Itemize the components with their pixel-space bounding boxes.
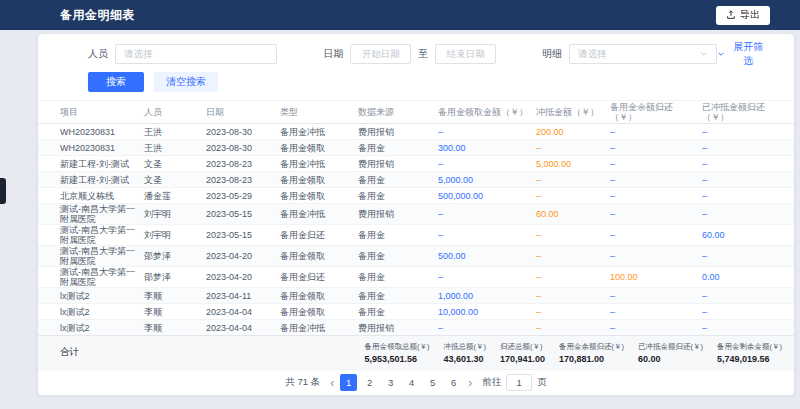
amount-cell: – <box>536 323 610 333</box>
table-row[interactable]: 测试-南昌大学第一附属医院刘宇明2023-05-15备用金归还备用金–––60.… <box>38 225 794 246</box>
type-cell: 备用金归还 <box>280 230 358 240</box>
summary-item-label: 备用金领取总额(￥) <box>364 342 429 352</box>
expand-filters-button[interactable]: 展开筛选 <box>717 40 768 68</box>
column-header: 数据来源 <box>358 107 438 117</box>
source-cell: 费用报销 <box>358 209 438 219</box>
table-row[interactable]: lx测试2李顺2023-04-04备用金冲抵费用报销–––– <box>38 320 794 335</box>
table-row[interactable]: 新建工程-刘-测试文圣2023-08-23备用金冲抵费用报销–5,000.00–… <box>38 156 794 172</box>
column-header: 项目 <box>60 107 144 117</box>
detail-filter: 明细 请选择 <box>542 44 717 64</box>
date-cell: 2023-04-04 <box>206 307 280 317</box>
table-row[interactable]: 新建工程-刘-测试文圣2023-08-23备用金领取备用金5,000.00––– <box>38 172 794 188</box>
prev-page-button[interactable]: ‹ <box>328 377 336 389</box>
table-row[interactable]: lx测试2李顺2023-04-11备用金领取备用金1,000.00––– <box>38 288 794 304</box>
amount-cell: 60.00 <box>702 230 790 240</box>
amount-cell: – <box>610 307 702 317</box>
date-cell: 2023-04-20 <box>206 251 280 261</box>
amount-cell: – <box>702 143 790 153</box>
amount-cell: – <box>702 159 790 169</box>
summary-total-label: 合计 <box>60 346 79 359</box>
chevron-down-icon <box>717 49 725 60</box>
search-button[interactable]: 搜索 <box>88 72 144 92</box>
table-row[interactable]: WH20230831王洪2023-08-30备用金领取备用金300.00––– <box>38 140 794 156</box>
amount-cell: – <box>702 291 790 301</box>
amount-cell: 200.00 <box>536 127 610 137</box>
next-page-button[interactable]: › <box>466 377 474 389</box>
expand-filters-label: 展开筛选 <box>729 40 768 68</box>
goto-page-input[interactable] <box>506 374 532 391</box>
person-cell: 王洪 <box>144 127 206 137</box>
page-button-4[interactable]: 4 <box>403 374 420 391</box>
amount-cell: – <box>702 323 790 333</box>
amount-cell: – <box>610 230 702 240</box>
table-row[interactable]: 测试-南昌大学第一附属医院邵梦泽2023-04-20备用金领取备用金500.00… <box>38 246 794 267</box>
export-button[interactable]: 导出 <box>716 6 770 25</box>
date-start-input[interactable]: 开始日期 <box>350 44 411 64</box>
summary-item: 冲抵总额(￥)43,601.30 <box>443 342 486 364</box>
project-cell: 北京顺义栋线 <box>60 191 144 201</box>
clear-search-button[interactable]: 清空搜索 <box>154 72 218 92</box>
amount-cell: – <box>438 323 536 333</box>
amount-cell: – <box>610 127 702 137</box>
source-cell: 备用金 <box>358 175 438 185</box>
date-cell: 2023-08-30 <box>206 143 280 153</box>
filter-actions: 搜索 清空搜索 <box>88 72 768 92</box>
amount-cell: – <box>610 159 702 169</box>
drawer-handle[interactable] <box>0 178 6 204</box>
summary-item-value: 43,601.30 <box>443 354 486 364</box>
date-cell: 2023-04-20 <box>206 272 280 282</box>
date-cell: 2023-08-23 <box>206 159 280 169</box>
page-button-2[interactable]: 2 <box>361 374 378 391</box>
page-button-6[interactable]: 6 <box>445 374 462 391</box>
pager: ‹ 123456 › <box>328 374 474 391</box>
column-header: 类型 <box>280 107 358 117</box>
amount-cell: – <box>536 291 610 301</box>
amount-cell: – <box>536 191 610 201</box>
detail-select[interactable]: 请选择 <box>569 44 717 64</box>
type-cell: 备用金领取 <box>280 191 358 201</box>
page-button-5[interactable]: 5 <box>424 374 441 391</box>
amount-cell: 500,000.00 <box>438 191 536 201</box>
person-cell: 刘宇明 <box>144 209 206 219</box>
table-row[interactable]: 测试-南昌大学第一附属医院邵梦泽2023-04-20备用金归还备用金––100.… <box>38 267 794 288</box>
chevron-down-icon <box>700 49 708 60</box>
person-select[interactable]: 请选择 <box>115 44 277 64</box>
amount-cell: – <box>702 175 790 185</box>
type-cell: 备用金领取 <box>280 175 358 185</box>
export-label: 导出 <box>740 8 760 22</box>
pagination-total: 共 71 条 <box>285 376 320 389</box>
page-button-3[interactable]: 3 <box>382 374 399 391</box>
amount-cell: – <box>536 272 610 282</box>
amount-cell: – <box>702 191 790 201</box>
date-cell: 2023-05-15 <box>206 230 280 240</box>
goto-label: 前往 <box>482 376 501 389</box>
column-header: 备用金余额归还（￥） <box>610 102 702 122</box>
person-cell: 潘金莲 <box>144 191 206 201</box>
summary-item: 已冲抵金额归还(￥)60.00 <box>638 342 703 364</box>
summary-item-label: 归还总额(￥) <box>500 342 545 352</box>
date-end-input[interactable]: 结束日期 <box>435 44 496 64</box>
amount-cell: 100.00 <box>610 272 702 282</box>
person-select-placeholder: 请选择 <box>124 48 153 61</box>
table-row[interactable]: lx测试2李顺2023-04-04备用金领取备用金10,000.00––– <box>38 304 794 320</box>
table-row[interactable]: 测试-南昌大学第一附属医院刘宇明2023-05-15备用金冲抵费用报销–60.0… <box>38 204 794 225</box>
project-cell: 新建工程-刘-测试 <box>60 159 144 169</box>
person-cell: 文圣 <box>144 159 206 169</box>
amount-cell: 1,000.00 <box>438 291 536 301</box>
person-cell: 李顺 <box>144 323 206 333</box>
date-cell: 2023-08-30 <box>206 127 280 137</box>
amount-cell: – <box>438 230 536 240</box>
top-header-bar: 备用金明细表 导出 <box>0 0 800 30</box>
person-cell: 李顺 <box>144 307 206 317</box>
page-button-1[interactable]: 1 <box>340 374 357 391</box>
source-cell: 备用金 <box>358 251 438 261</box>
summary-item-value: 170,941.00 <box>500 354 545 364</box>
export-icon <box>726 10 736 20</box>
page-title: 备用金明细表 <box>60 7 135 24</box>
table-row[interactable]: 北京顺义栋线潘金莲2023-05-29备用金领取备用金500,000.00––– <box>38 188 794 204</box>
amount-cell: 5,000.00 <box>536 159 610 169</box>
type-cell: 备用金领取 <box>280 307 358 317</box>
summary-item-label: 备用金剩余金额(￥) <box>717 342 782 352</box>
type-cell: 备用金冲抵 <box>280 127 358 137</box>
table-row[interactable]: WH20230831王洪2023-08-30备用金冲抵费用报销–200.00–– <box>38 124 794 140</box>
